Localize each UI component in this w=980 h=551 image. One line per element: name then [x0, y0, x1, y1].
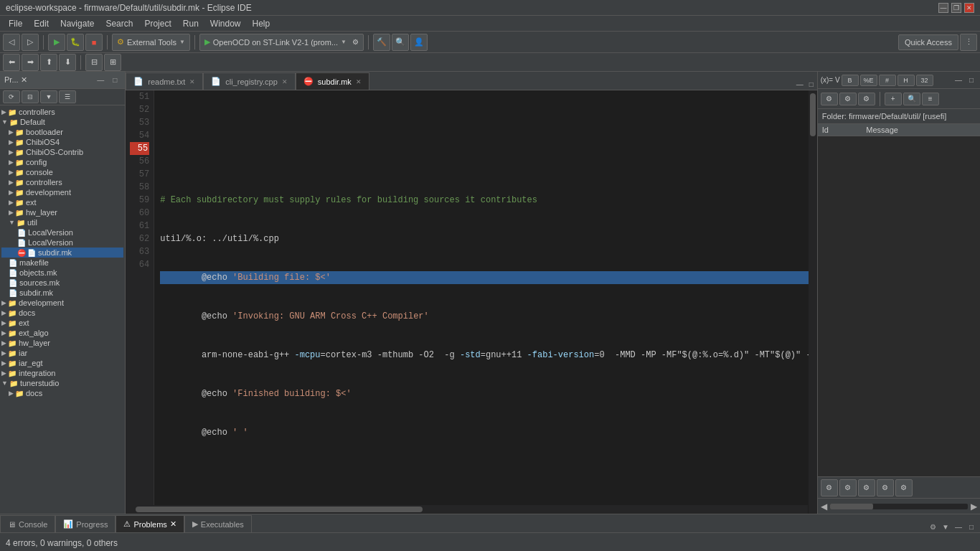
build-button[interactable]: 🔨	[373, 34, 390, 51]
tree-item-ext[interactable]: ▶📁ext	[1, 197, 123, 207]
tree-item-sources-mk[interactable]: 📄sources.mk	[1, 278, 123, 288]
bottom-tool1[interactable]: ⚙	[927, 521, 938, 532]
tab-console[interactable]: 🖥 Console	[0, 515, 55, 532]
expand-all-btn[interactable]: ⊞	[104, 54, 121, 71]
close-button[interactable]: ✕	[964, 3, 974, 13]
menu-help[interactable]: Help	[247, 17, 276, 30]
tree-item-docs[interactable]: ▶📁docs	[1, 308, 123, 318]
tab-cli-registry[interactable]: 📄 cli_registry.cpp ✕	[203, 72, 296, 90]
editor-maximize-btn[interactable]: □	[806, 78, 817, 90]
rp-bottom-btn1[interactable]: ⚙	[821, 479, 838, 496]
tree-item-objects-mk[interactable]: 📄objects.mk	[1, 268, 123, 278]
openocd-settings[interactable]: ⚙	[352, 38, 359, 46]
bottom-filter[interactable]: ▼	[940, 521, 951, 532]
rp-bottom-btn3[interactable]: ⚙	[858, 479, 875, 496]
menu-project[interactable]: Project	[138, 17, 176, 30]
tab-cli-close[interactable]: ✕	[282, 78, 288, 85]
tab-problems[interactable]: ⚠ Problems ✕	[116, 515, 184, 532]
rp-scrollbar[interactable]	[830, 504, 968, 509]
tree-item-hw-layer[interactable]: ▶📁hw_layer	[1, 207, 123, 217]
tab-subdir-close[interactable]: ✕	[356, 78, 362, 85]
tree-item-chibios-contrib[interactable]: ▶📁ChibiOS-Contrib	[1, 147, 123, 157]
menu-search[interactable]: Search	[100, 17, 138, 30]
debug-button[interactable]: 🐛	[67, 34, 84, 51]
menu-window[interactable]: Window	[204, 17, 247, 30]
tree-item-hw-layer2[interactable]: ▶📁hw_layer	[1, 338, 123, 348]
rp-btn1[interactable]: B	[842, 75, 859, 86]
tab-progress[interactable]: 📊 Progress	[55, 515, 116, 532]
tree-item-controllers2[interactable]: ▶📁controllers	[1, 177, 123, 187]
rp-minimize[interactable]: —	[953, 75, 964, 86]
tree-item-iar[interactable]: ▶📁iar	[1, 348, 123, 358]
menu-file[interactable]: File	[3, 17, 28, 30]
tab-problems-close[interactable]: ✕	[170, 519, 176, 529]
rp-btn3[interactable]: #	[879, 75, 896, 86]
sidebar-filter-btn[interactable]: ▼	[40, 90, 57, 103]
tree-item-localversion1[interactable]: 📄LocalVersion	[1, 227, 123, 237]
collapse-all-btn[interactable]: ⊟	[85, 54, 103, 71]
back-button[interactable]: ◁	[3, 34, 20, 51]
rp-bottom-btn2[interactable]: ⚙	[839, 479, 857, 496]
rp-tool5[interactable]: ≡	[922, 93, 939, 105]
tree-item-development2[interactable]: ▶📁development	[1, 298, 123, 308]
rp-btn4[interactable]: H	[897, 75, 915, 86]
rp-maximize[interactable]: □	[966, 75, 977, 86]
tree-item-localversion2[interactable]: 📄LocalVersion	[1, 237, 123, 248]
bottom-minimize[interactable]: —	[953, 521, 964, 532]
stop-button[interactable]: ■	[85, 34, 103, 51]
tree-item-makefile[interactable]: 📄makefile	[1, 258, 123, 268]
forward-button[interactable]: ▷	[22, 34, 39, 51]
sidebar-minimize-btn[interactable]: —	[95, 75, 106, 86]
up-btn[interactable]: ⬆	[40, 54, 57, 71]
maximize-button[interactable]: ❐	[951, 3, 961, 13]
toolbar-options[interactable]: ⋮	[960, 34, 977, 51]
rp-btn5[interactable]: 32	[916, 75, 933, 86]
rp-right-arrow[interactable]: ▶	[971, 501, 977, 512]
rp-left-arrow[interactable]: ◀	[821, 501, 827, 512]
sidebar-maximize-btn[interactable]: □	[109, 75, 121, 86]
rp-bottom-btn5[interactable]: ⚙	[895, 479, 913, 496]
tab-executables[interactable]: ▶ Executables	[184, 515, 252, 532]
rp-scroll-thumb[interactable]	[830, 504, 873, 509]
rp-tool1[interactable]: ⚙	[821, 93, 838, 105]
rp-search[interactable]: 🔍	[903, 93, 920, 105]
profile-button[interactable]: 👤	[410, 34, 428, 51]
next-btn[interactable]: ➡	[22, 54, 39, 71]
tree-item-bootloader[interactable]: ▶📁bootloader	[1, 127, 123, 137]
tree-item-config[interactable]: ▶📁config	[1, 157, 123, 167]
code-area[interactable]: 51 52 53 54 55 56 57 58 59 60 61 62 63 6…	[126, 90, 816, 514]
tree-item-iar-egt[interactable]: ▶📁iar_egt	[1, 358, 123, 368]
editor-minimize-btn[interactable]: —	[794, 78, 806, 90]
tree-item-util[interactable]: ▼📁util	[1, 217, 123, 227]
rp-tool2[interactable]: ⚙	[839, 93, 857, 105]
sidebar-collapse-btn[interactable]: ⊟	[22, 90, 39, 103]
vertical-scrollbar[interactable]	[809, 90, 817, 514]
tree-item-docs2[interactable]: ▶📁docs	[1, 388, 123, 398]
external-tools-dropdown[interactable]: ⚙ External Tools ▼	[112, 34, 190, 51]
tree-item-chibios4[interactable]: ▶📁ChibiOS4	[1, 137, 123, 147]
tree-item-subdir-mk-active[interactable]: ⛔📄subdir.mk	[1, 248, 123, 258]
rp-bottom-btn4[interactable]: ⚙	[877, 479, 894, 496]
tree-item-subdir-mk2[interactable]: 📄subdir.mk	[1, 288, 123, 298]
sidebar-menu-btn[interactable]: ☰	[59, 90, 76, 103]
menu-run[interactable]: Run	[177, 17, 204, 30]
prev-btn[interactable]: ⬅	[3, 54, 20, 71]
tree-item-ext-algo[interactable]: ▶📁ext_algo	[1, 328, 123, 338]
menu-edit[interactable]: Edit	[28, 17, 55, 30]
bottom-maximize[interactable]: □	[966, 521, 977, 532]
openocd-dropdown[interactable]: ▶ OpenOCD on ST-Link V2-1 (prom... ▼ ⚙	[199, 34, 364, 51]
down-btn[interactable]: ⬇	[59, 54, 76, 71]
rp-tool4[interactable]: +	[885, 93, 902, 105]
scroll-thumb[interactable]	[810, 93, 816, 136]
tree-item-development[interactable]: ▶📁development	[1, 187, 123, 197]
tree-item-tunerstudio[interactable]: ▼📁tunerstudio	[1, 378, 123, 388]
run-button[interactable]: ▶	[48, 34, 65, 51]
tree-item-integration[interactable]: ▶📁integration	[1, 368, 123, 378]
quick-access-field[interactable]: Quick Access	[898, 34, 958, 50]
minimize-button[interactable]: —	[938, 3, 948, 13]
menu-navigate[interactable]: Navigate	[55, 17, 100, 30]
tab-subdir-mk[interactable]: ⛔ subdir.mk ✕	[296, 72, 369, 90]
code-text[interactable]: # Each subdirectory must supply rules fo…	[154, 90, 816, 514]
sidebar-sync-btn[interactable]: ⟳	[3, 90, 20, 103]
tab-readme-close[interactable]: ✕	[189, 78, 195, 85]
